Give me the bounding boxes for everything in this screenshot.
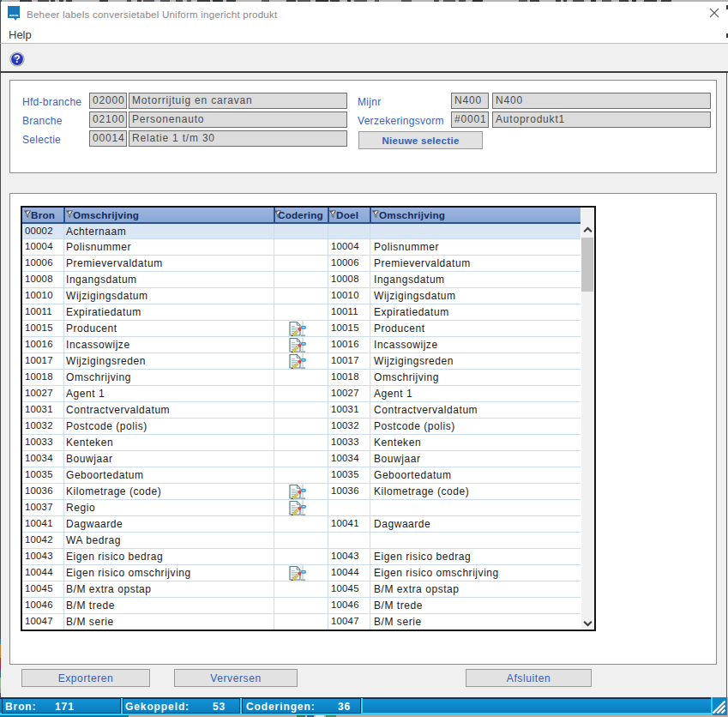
svg-text:?: ? (14, 53, 20, 65)
